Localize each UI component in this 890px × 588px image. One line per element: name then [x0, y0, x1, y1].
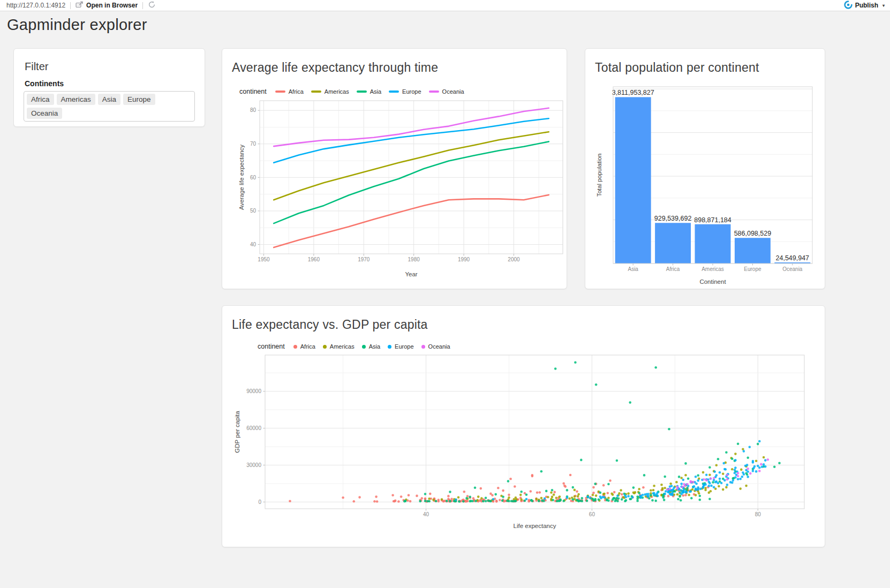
legend-item-americas: Americas: [323, 343, 355, 350]
legend-label: Asia: [370, 88, 381, 95]
svg-text:80: 80: [755, 511, 761, 517]
bar-chart-plot: AsiaAfricaAmericasEuropeOceania3,811,953…: [596, 79, 815, 286]
bar-value-label: 3,811,953,827: [612, 89, 654, 96]
svg-text:1970: 1970: [358, 257, 370, 262]
legend-label: Europe: [402, 88, 421, 95]
svg-text:80: 80: [250, 107, 257, 113]
bar-africa: [655, 223, 691, 263]
legend-swatch: [388, 345, 391, 349]
continent-chip-americas[interactable]: Americas: [57, 94, 95, 105]
continents-label: Continents: [25, 79, 195, 88]
publish-label: Publish: [855, 2, 878, 9]
legend-label: Africa: [289, 88, 304, 95]
legend-title: continent: [258, 343, 285, 350]
bar-asia: [615, 97, 651, 263]
legend-title: continent: [239, 88, 267, 95]
svg-text:60000: 60000: [246, 425, 261, 431]
open-in-browser-icon: [76, 1, 84, 10]
svg-text:50: 50: [250, 208, 257, 214]
continents-select-input[interactable]: AfricaAmericasAsiaEuropeOceania: [24, 91, 195, 122]
svg-text:1980: 1980: [408, 257, 420, 262]
legend-item-asia: Asia: [362, 343, 380, 350]
legend-label: Oceania: [442, 88, 464, 95]
svg-text:1950: 1950: [258, 257, 270, 262]
legend-swatch: [293, 345, 297, 349]
legend-swatch: [389, 91, 399, 93]
filter-card: Filter Continents AfricaAmericasAsiaEuro…: [13, 48, 205, 127]
svg-text:Average life expectancy: Average life expectancy: [238, 145, 245, 210]
legend-swatch: [311, 91, 321, 93]
filter-heading: Filter: [25, 61, 195, 73]
legend-item-asia: Asia: [357, 88, 381, 95]
svg-text:1960: 1960: [308, 257, 320, 262]
svg-text:2000: 2000: [508, 257, 520, 262]
bar-chart-title: Total population per continent: [595, 61, 815, 75]
svg-text:Americas: Americas: [702, 266, 724, 272]
legend-swatch: [275, 91, 285, 93]
viewer-toolbar: http://127.0.0.1:4912 Open in Browser Pu…: [0, 0, 890, 11]
continent-chip-oceania[interactable]: Oceania: [27, 108, 62, 119]
bar-value-label: 586,098,529: [734, 230, 772, 237]
legend-item-oceania: Oceania: [429, 88, 464, 95]
line-chart-svg: 4050607080195019601970198019902000YearAv…: [238, 97, 567, 278]
publish-button[interactable]: Publish ▾: [843, 1, 886, 11]
legend-item-europe: Europe: [388, 343, 413, 350]
line-chart-legend: continentAfricaAmericasAsiaEuropeOceania: [239, 88, 557, 95]
svg-text:40: 40: [423, 511, 429, 517]
scatter-chart-plot: 0300006000090000406080Life expectancyGDP…: [234, 352, 815, 530]
scatter-chart-svg: 0300006000090000406080Life expectancyGDP…: [234, 352, 810, 530]
line-chart-card: Average life expectancy through time con…: [222, 48, 567, 289]
legend-swatch: [362, 345, 366, 349]
svg-text:GDP per capita: GDP per capita: [234, 411, 240, 453]
legend-label: Asia: [369, 343, 380, 350]
svg-text:0: 0: [258, 499, 261, 505]
legend-label: Africa: [300, 343, 315, 350]
legend-label: Americas: [330, 343, 355, 350]
bar-europe: [735, 238, 771, 263]
refresh-button[interactable]: [148, 1, 156, 10]
svg-text:70: 70: [250, 141, 257, 147]
legend-swatch: [323, 345, 327, 349]
svg-text:1990: 1990: [458, 257, 470, 262]
publish-swirl-icon: [844, 1, 853, 11]
continent-chip-europe[interactable]: Europe: [123, 94, 155, 105]
continent-chip-asia[interactable]: Asia: [98, 94, 120, 105]
open-in-browser-label: Open in Browser: [86, 2, 138, 9]
svg-text:40: 40: [250, 242, 257, 247]
svg-text:30000: 30000: [246, 462, 261, 468]
legend-item-africa: Africa: [293, 343, 315, 350]
svg-text:Europe: Europe: [744, 266, 761, 272]
axes: AsiaAfricaAmericasEuropeOceania: [628, 263, 802, 272]
line-chart-title: Average life expectancy through time: [232, 61, 557, 75]
legend-swatch: [429, 91, 439, 93]
toolbar-divider: [142, 2, 143, 9]
toolbar-divider: [70, 2, 71, 9]
bar-value-label: 24,549,947: [776, 254, 810, 262]
bar-chart-svg: AsiaAfricaAmericasEuropeOceania3,811,953…: [596, 79, 817, 286]
svg-text:Africa: Africa: [666, 266, 680, 272]
svg-text:60: 60: [250, 175, 257, 180]
bar-chart-card: Total population per continent AsiaAfric…: [585, 48, 825, 289]
svg-text:Continent: Continent: [699, 278, 726, 285]
svg-text:Life expectancy: Life expectancy: [514, 523, 556, 529]
legend-label: Europe: [395, 343, 413, 350]
legend-item-africa: Africa: [275, 88, 304, 95]
legend-label: Oceania: [428, 343, 450, 350]
scatter-chart-legend: continentAfricaAmericasAsiaEuropeOceania: [258, 343, 815, 350]
caret-down-icon: ▾: [883, 3, 885, 8]
bar-value-label: 898,871,184: [694, 216, 731, 224]
legend-label: Americas: [325, 88, 349, 95]
svg-text:Asia: Asia: [628, 266, 638, 272]
legend-item-americas: Americas: [311, 88, 349, 95]
bar-value-label: 929,539,692: [654, 215, 692, 222]
svg-text:Year: Year: [405, 271, 417, 277]
app-url: http://127.0.0.1:4912: [6, 2, 65, 9]
line-chart-plot: 4050607080195019601970198019902000YearAv…: [238, 97, 557, 278]
open-in-browser-button[interactable]: Open in Browser: [76, 1, 138, 10]
bar-americas: [695, 224, 731, 263]
legend-swatch: [421, 345, 425, 349]
app-root: http://127.0.0.1:4912 Open in Browser Pu…: [0, 0, 890, 588]
refresh-icon: [148, 1, 156, 10]
legend-swatch: [357, 91, 367, 93]
continent-chip-africa[interactable]: Africa: [27, 94, 54, 105]
